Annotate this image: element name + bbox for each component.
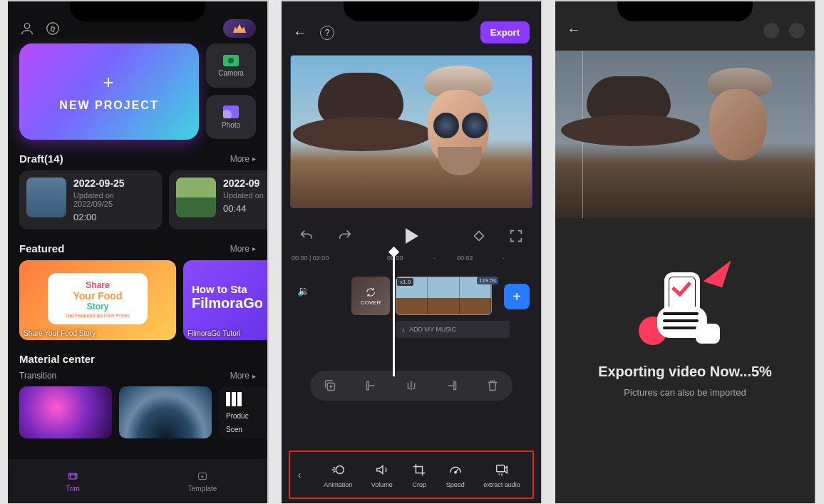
- export-status-subtitle: Pictures can also be imported: [555, 387, 815, 398]
- draft-title: 2022-09: [223, 178, 264, 189]
- undo-button[interactable]: [299, 228, 314, 244]
- export-graphic: [639, 257, 731, 349]
- redo-button[interactable]: [337, 228, 353, 244]
- tools-highlight-box: [289, 451, 534, 499]
- transition-card[interactable]: [19, 386, 112, 438]
- export-status-title: Exporting video Now...5%: [555, 364, 815, 380]
- draft-thumbnail: [26, 178, 66, 217]
- transition-caption: Produc: [226, 412, 267, 420]
- track-volume-icon[interactable]: 🔉: [297, 285, 309, 297]
- transition-subheading: Transition: [19, 371, 56, 381]
- add-clip-button[interactable]: +: [504, 284, 530, 309]
- svg-point-1: [47, 23, 59, 35]
- transitions-more-button[interactable]: More: [230, 371, 256, 381]
- featured-text-line: Share: [86, 280, 109, 290]
- add-music-label: ADD MY MUSIC: [409, 326, 456, 333]
- featured-text-line: Your Food: [73, 290, 123, 302]
- featured-caption: FilmoraGo Tutori: [187, 329, 240, 337]
- draft-title: 2022-09-25: [73, 178, 155, 189]
- back-button[interactable]: ←: [567, 21, 581, 38]
- play-button[interactable]: [406, 228, 418, 244]
- plus-icon: +: [103, 71, 115, 93]
- clip-duration-badge: 119.5s: [477, 277, 498, 284]
- svg-point-0: [24, 24, 29, 29]
- featured-caption: Share Your Food Story: [24, 329, 96, 337]
- cover-clip[interactable]: COVER: [351, 277, 390, 315]
- camera-label: Camera: [218, 69, 244, 77]
- svg-rect-2: [68, 473, 77, 479]
- profile-icon[interactable]: [19, 21, 35, 36]
- draft-subtitle: Updated on 2022/09/25: [73, 191, 155, 208]
- featured-text-line: How to Sta: [192, 283, 263, 295]
- featured-text-sub: Get Featured and Get Prizes: [66, 313, 130, 318]
- timeline-tick: 00:02: [457, 254, 473, 262]
- export-button[interactable]: Export: [480, 21, 530, 43]
- draft-thumbnail: [176, 178, 216, 217]
- timeline-dot: ·: [433, 254, 436, 262]
- top-right-placeholders: [763, 23, 805, 38]
- svg-rect-4: [475, 232, 484, 241]
- time-ruler[interactable]: 00:00 | 02:00 00:00 · 00:02 ·: [282, 252, 541, 267]
- photo-icon: [223, 106, 239, 118]
- tab-trim-label: Trim: [66, 485, 80, 493]
- cover-clip-label: COVER: [361, 299, 381, 306]
- draft-card[interactable]: 2022-09-25 Updated on 2022/09/25 02:00: [19, 170, 162, 230]
- playhead[interactable]: [393, 250, 395, 376]
- split-button[interactable]: [403, 378, 419, 394]
- crown-icon: [233, 24, 246, 33]
- keyframe-button[interactable]: [471, 228, 487, 244]
- photo-label: Photo: [222, 121, 240, 129]
- video-preview[interactable]: [290, 55, 532, 208]
- transition-caption: Scen: [226, 426, 267, 433]
- tab-template-label: Template: [188, 485, 217, 493]
- premium-button[interactable]: [223, 19, 256, 38]
- draft-heading: Draft(14): [19, 153, 63, 165]
- drafts-more-button[interactable]: More: [230, 154, 256, 164]
- camera-icon: [223, 55, 239, 66]
- draft-duration: 02:00: [73, 212, 155, 222]
- timeline[interactable]: 🔉 COVER x1.0 119.5s + ♪ ADD MY MUSIC: [282, 272, 541, 319]
- trim-right-button[interactable]: [444, 378, 460, 394]
- delete-button[interactable]: [485, 378, 500, 394]
- featured-card[interactable]: How to Sta FilmoraGo FilmoraGo Tutori: [183, 260, 267, 340]
- back-button[interactable]: ←: [293, 24, 307, 41]
- tab-trim[interactable]: Trim: [8, 459, 138, 503]
- duplicate-button[interactable]: [322, 378, 338, 394]
- timeline-dot: ·: [503, 254, 505, 262]
- help-button[interactable]: ?: [320, 26, 334, 40]
- featured-card[interactable]: Share Your Food Story Get Featured and G…: [19, 260, 176, 340]
- photo-button[interactable]: Photo: [206, 95, 256, 139]
- featured-text-line: Story: [87, 302, 109, 312]
- draft-subtitle: Updated on: [223, 191, 264, 200]
- featured-heading: Featured: [19, 242, 64, 254]
- camera-button[interactable]: Camera: [206, 43, 256, 88]
- material-center-heading: Material center: [19, 353, 95, 365]
- music-note-icon: ♪: [401, 326, 405, 334]
- timeline-label-current: 00:00 | 02:00: [292, 254, 329, 262]
- preview-person-2: [411, 66, 525, 208]
- export-preview: [555, 51, 815, 218]
- draft-duration: 00:44: [223, 203, 264, 214]
- tab-template[interactable]: Template: [138, 459, 267, 503]
- trim-left-button[interactable]: [363, 378, 378, 394]
- featured-text-line: FilmoraGo: [192, 295, 263, 312]
- add-music-button[interactable]: ♪ ADD MY MUSIC: [396, 321, 510, 338]
- transition-card[interactable]: Produc Scen: [219, 386, 267, 438]
- preview-person-1: [297, 73, 421, 187]
- draft-card[interactable]: 2022-09 Updated on 00:44: [169, 170, 267, 230]
- featured-more-button[interactable]: More: [230, 244, 256, 254]
- clip-speed-badge: x1.0: [397, 278, 413, 286]
- new-project-label: NEW PROJECT: [59, 99, 158, 112]
- edit-action-bar: [310, 371, 513, 401]
- compass-icon[interactable]: [45, 21, 61, 36]
- fullscreen-button[interactable]: [508, 228, 524, 244]
- transition-card[interactable]: [119, 386, 212, 438]
- new-project-button[interactable]: + NEW PROJECT: [19, 43, 199, 140]
